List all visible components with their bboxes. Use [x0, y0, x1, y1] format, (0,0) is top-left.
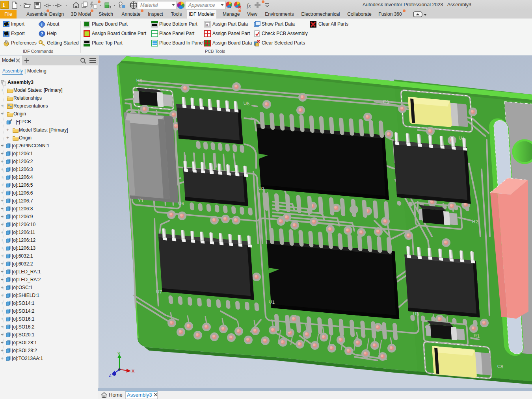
svg-text:U3: U3 [413, 311, 419, 317]
svg-text:U4: U4 [458, 135, 465, 141]
svg-text:U6: U6 [178, 200, 184, 206]
svg-text:Appearance: Appearance [188, 2, 215, 8]
svg-text:u: u [206, 23, 208, 26]
svg-text:Y: Y [117, 351, 121, 356]
svg-text:Y1: Y1 [138, 197, 144, 203]
svg-text:?: ? [41, 32, 43, 36]
svg-text:U1: U1 [268, 299, 275, 305]
svg-text:I: I [3, 2, 5, 8]
svg-text:C8: C8 [497, 364, 504, 369]
svg-text:R1: R1 [473, 333, 480, 339]
svg-text:Material: Material [140, 2, 158, 8]
svg-text:U2: U2 [258, 186, 265, 191]
svg-text:R2: R2 [472, 219, 478, 225]
svg-text:fx: fx [247, 2, 251, 9]
svg-text:R5: R5 [136, 78, 143, 84]
svg-text:i: i [41, 22, 43, 27]
svg-text:Z: Z [109, 373, 112, 378]
svg-text:U7: U7 [156, 289, 162, 295]
svg-text:U5: U5 [243, 100, 250, 106]
svg-text:C9: C9 [383, 99, 389, 105]
svg-text:X: X [132, 369, 135, 373]
